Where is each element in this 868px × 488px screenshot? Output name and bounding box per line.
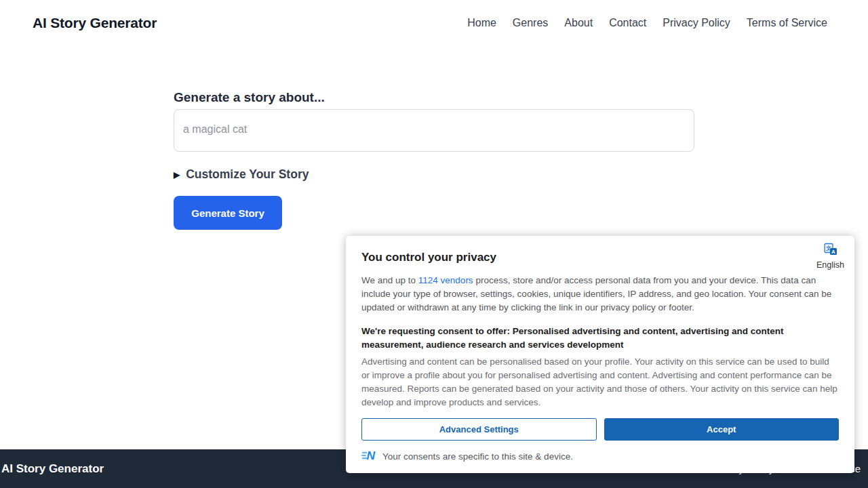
site-header: AI Story Generator Home Genres About Con… <box>0 0 868 46</box>
advanced-settings-button[interactable]: Advanced Settings <box>361 418 597 441</box>
story-prompt-input[interactable] <box>174 109 694 152</box>
translate-icon: 文 A <box>824 243 837 259</box>
language-label: English <box>816 260 844 270</box>
svg-text:A: A <box>831 249 835 255</box>
prompt-heading: Generate a story about... <box>174 90 694 105</box>
footer-logo: AI Story Generator <box>1 462 104 476</box>
consent-description-paragraph: Advertising and content can be personali… <box>361 355 839 409</box>
disclosure-triangle-icon: ▶ <box>174 171 180 179</box>
language-selector[interactable]: 文 A English <box>816 243 844 270</box>
nav-item-privacy-policy[interactable]: Privacy Policy <box>663 17 730 29</box>
consent-request-paragraph: We're requesting consent to offer: Perso… <box>361 325 839 352</box>
accept-button[interactable]: Accept <box>604 418 840 441</box>
customize-story-details: ▶ Customize Your Story <box>174 167 694 182</box>
consent-button-row: Advanced Settings Accept <box>361 418 839 441</box>
consent-dialog: 文 A English You control your privacy We … <box>346 236 854 473</box>
consent-intro-paragraph: We and up to 1124 vendors process, store… <box>361 274 839 314</box>
main-content: Generate a story about... ▶ Customize Yo… <box>174 90 694 230</box>
consent-dialog-title: You control your privacy <box>361 251 839 264</box>
consent-intro-before: We and up to <box>361 275 418 285</box>
site-logo[interactable]: AI Story Generator <box>33 15 157 31</box>
customize-story-toggle[interactable]: ▶ Customize Your Story <box>174 167 694 182</box>
generate-story-button[interactable]: Generate Story <box>174 196 282 230</box>
nav-item-contact[interactable]: Contact <box>609 17 646 29</box>
vendors-link[interactable]: 1124 vendors <box>418 275 473 285</box>
nav-item-about[interactable]: About <box>564 17 593 29</box>
consent-note: N Your consents are specific to this sit… <box>361 448 839 465</box>
svg-text:N: N <box>366 449 375 462</box>
customize-story-label: Customize Your Story <box>186 167 309 182</box>
consent-note-text: Your consents are specific to this site … <box>382 451 573 462</box>
nav-item-terms-of-service[interactable]: Terms of Service <box>747 17 827 29</box>
nav-item-genres[interactable]: Genres <box>513 17 548 29</box>
main-nav: Home Genres About Contact Privacy Policy… <box>467 17 827 29</box>
nav-item-home[interactable]: Home <box>467 17 496 29</box>
cmp-logo-icon: N <box>361 448 376 465</box>
